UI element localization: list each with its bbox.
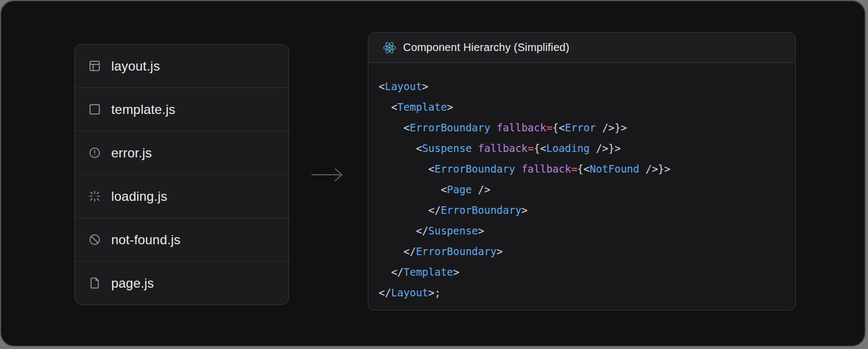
file-label: layout.js bbox=[111, 59, 160, 74]
code-token: {< bbox=[552, 122, 565, 134]
code-token bbox=[515, 163, 521, 175]
code-line: <Template> bbox=[379, 97, 784, 117]
code-token: < bbox=[379, 101, 397, 113]
alert-circle-icon bbox=[88, 147, 101, 159]
code-token: Template bbox=[404, 266, 454, 278]
code-line: </Layout>; bbox=[379, 282, 784, 303]
code-token: < bbox=[379, 142, 422, 154]
code-token: fallback bbox=[521, 163, 571, 175]
code-line: </Suspense> bbox=[379, 220, 784, 241]
code-token: {< bbox=[534, 142, 546, 154]
code-token: = bbox=[571, 163, 577, 175]
code-line: <Layout> bbox=[379, 76, 784, 97]
code-line: <ErrorBoundary fallback={<Error />}> bbox=[379, 117, 784, 138]
code-token: > bbox=[422, 80, 428, 92]
file-label: page.js bbox=[111, 276, 154, 291]
arrow-right-icon bbox=[310, 167, 346, 182]
loader-icon bbox=[88, 190, 101, 202]
code-token: ErrorBoundary bbox=[416, 245, 497, 257]
square-icon bbox=[88, 103, 101, 116]
code-token: = bbox=[528, 142, 534, 154]
code-token: Suspense bbox=[429, 225, 478, 237]
code-token: ErrorBoundary bbox=[441, 204, 521, 216]
code-token bbox=[472, 142, 478, 154]
code-token bbox=[490, 122, 496, 134]
file-list-card: layout.jstemplate.jserror.jsloading.jsno… bbox=[74, 44, 289, 305]
ban-icon bbox=[88, 233, 101, 246]
code-token: Error bbox=[565, 122, 596, 134]
code-line: </Template> bbox=[379, 262, 784, 282]
file-list-item: error.js bbox=[75, 131, 289, 175]
code-token: </ bbox=[379, 266, 404, 278]
code-token: ErrorBoundary bbox=[435, 163, 515, 175]
code-token: Layout bbox=[391, 287, 429, 299]
code-token: < bbox=[379, 183, 447, 195]
code-hierarchy-card: Component Hierarchy (Simplified) <Layout… bbox=[368, 32, 796, 310]
code-token: fallback bbox=[496, 122, 546, 134]
code-token: Loading bbox=[546, 142, 590, 154]
file-list-item: not-found.js bbox=[75, 218, 289, 262]
code-token: {< bbox=[577, 163, 590, 175]
code-token: </ bbox=[379, 287, 391, 299]
code-block: <Layout> <Template> <ErrorBoundary fallb… bbox=[368, 63, 795, 303]
file-list-item: layout.js bbox=[75, 45, 289, 88]
file-label: loading.js bbox=[111, 189, 167, 204]
code-token: </ bbox=[379, 245, 416, 257]
code-token: /> bbox=[472, 183, 490, 195]
code-token: />}> bbox=[640, 163, 671, 175]
file-label: not-found.js bbox=[111, 232, 181, 248]
code-token: Layout bbox=[385, 80, 422, 92]
react-icon bbox=[383, 42, 396, 54]
file-list-item: loading.js bbox=[75, 175, 289, 218]
code-card-header: Component Hierarchy (Simplified) bbox=[368, 33, 795, 63]
code-token: > bbox=[453, 266, 459, 278]
code-token: > bbox=[496, 245, 502, 257]
code-line: </ErrorBoundary> bbox=[379, 241, 784, 262]
code-token: Page bbox=[447, 183, 472, 195]
code-token: NotFound bbox=[590, 163, 640, 175]
panels-top-left-icon bbox=[88, 60, 101, 72]
code-token: </ bbox=[379, 225, 429, 237]
code-token: = bbox=[546, 122, 552, 134]
file-label: template.js bbox=[111, 102, 175, 117]
file-list-item: page.js bbox=[75, 262, 289, 304]
code-token: > bbox=[447, 101, 453, 113]
code-line: <Suspense fallback={<Loading />}> bbox=[379, 138, 784, 158]
code-token: />}> bbox=[596, 122, 627, 134]
code-token: Suspense bbox=[422, 142, 472, 154]
code-token: />}> bbox=[590, 142, 621, 154]
code-card-title: Component Hierarchy (Simplified) bbox=[403, 41, 570, 54]
code-token: </ bbox=[379, 204, 441, 216]
code-token: < bbox=[379, 122, 410, 134]
code-token: ErrorBoundary bbox=[410, 122, 490, 134]
code-token: < bbox=[379, 80, 385, 92]
file-label: error.js bbox=[111, 145, 152, 161]
code-token: > bbox=[478, 225, 484, 237]
code-line: </ErrorBoundary> bbox=[379, 200, 784, 220]
code-line: <Page /> bbox=[379, 179, 784, 200]
file-list: layout.jstemplate.jserror.jsloading.jsno… bbox=[75, 45, 289, 304]
code-line: <ErrorBoundary fallback={<NotFound />}> bbox=[379, 158, 784, 179]
code-token: Template bbox=[397, 101, 447, 113]
code-token: < bbox=[379, 163, 435, 175]
code-token: >; bbox=[429, 287, 441, 299]
code-token: fallback bbox=[478, 142, 528, 154]
file-list-item: template.js bbox=[75, 88, 289, 131]
file-icon bbox=[88, 277, 101, 289]
diagram-frame: layout.jstemplate.jserror.jsloading.jsno… bbox=[0, 0, 866, 347]
code-token: > bbox=[521, 204, 527, 216]
